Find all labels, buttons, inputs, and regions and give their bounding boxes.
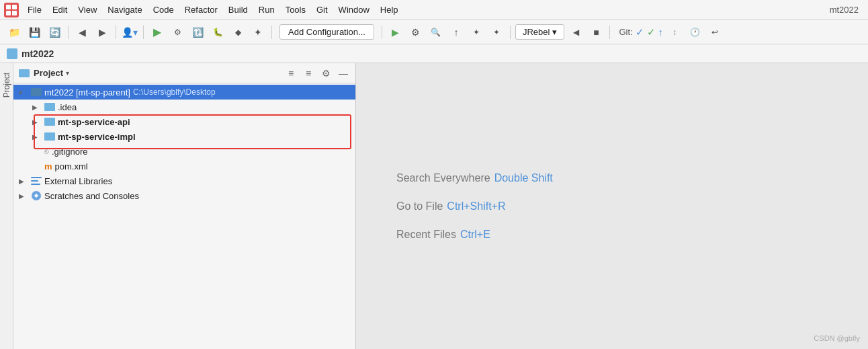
menu-git[interactable]: Git	[312, 3, 333, 16]
right-panel: Search Everywhere Double Shift Go to Fil…	[356, 63, 868, 349]
panel-folder-icon	[19, 69, 30, 77]
panel-settings-icon[interactable]: ⚙	[319, 67, 333, 80]
coverage-btn-2[interactable]: 🔍	[427, 24, 445, 41]
ext-libs-icon	[31, 176, 42, 186]
git-label: Git:	[619, 27, 632, 37]
service-api-folder-icon	[44, 118, 55, 126]
hint-recent-text: Recent Files	[396, 229, 456, 241]
deploy-btn[interactable]: ↑	[447, 24, 465, 41]
profile-btn[interactable]: ◆	[229, 24, 247, 41]
separator-1	[68, 26, 69, 39]
service-api-expand-icon: ▶	[32, 118, 42, 126]
separator-6	[510, 26, 511, 39]
titlebar-folder-icon	[7, 48, 17, 59]
jrebel-stop-btn[interactable]: ■	[587, 24, 605, 41]
menu-edit[interactable]: Edit	[48, 3, 72, 16]
panel-title-dropdown-icon[interactable]: ▾	[66, 69, 69, 77]
hint-recent-files: Recent Files Ctrl+E	[396, 229, 490, 241]
menu-refactor[interactable]: Refactor	[180, 3, 222, 16]
idea-label: .idea	[58, 102, 77, 112]
menu-navigate[interactable]: Navigate	[103, 3, 146, 16]
menu-code[interactable]: Code	[148, 3, 179, 16]
menu-window[interactable]: Window	[334, 3, 374, 16]
project-side-tab[interactable]: Project	[1, 69, 13, 102]
stop-btn[interactable]: ✦	[468, 24, 485, 41]
separator-3	[143, 26, 144, 39]
add-configuration-btn[interactable]: Add Configuration...	[279, 24, 374, 40]
scratches-icon	[31, 190, 42, 201]
tree-scratches-item[interactable]: ▶ Scratches and Consoles	[13, 188, 355, 203]
separator-5	[382, 26, 382, 39]
side-tab: Project	[0, 63, 13, 349]
panel-title: Project	[34, 68, 63, 78]
suspend-btn[interactable]: ✦	[488, 24, 505, 41]
back-btn[interactable]: ◀	[73, 24, 91, 41]
vcs-update-btn[interactable]: 👤▾	[121, 24, 138, 41]
service-impl-label: mt-sp-service-impl	[58, 132, 136, 142]
open-folder-btn[interactable]: 📁	[5, 24, 23, 41]
menu-view[interactable]: View	[73, 3, 101, 16]
hint-recent-key: Ctrl+E	[460, 229, 490, 241]
highlighted-items-wrapper: ▶ mt-sp-service-api ▶ mt-sp-service-impl	[13, 114, 355, 144]
svg-rect-3	[6, 11, 11, 15]
hint-search-key: Double Shift	[494, 172, 553, 184]
svg-rect-4	[12, 11, 17, 15]
hint-goto-key: Ctrl+Shift+R	[447, 200, 505, 212]
titlebar-project-name: mt2022	[21, 48, 54, 59]
svg-rect-1	[6, 5, 11, 9]
service-impl-folder-icon	[44, 132, 55, 141]
separator-4	[271, 26, 272, 39]
main-area: Project Project ▾ ≡ ≡ ⚙ — ▾ mt2022 [mt-s…	[0, 63, 868, 349]
run-btn-2[interactable]: ▶	[387, 24, 404, 41]
tree-root-item[interactable]: ▾ mt2022 [mt-sp-parent] C:\Users\gblfy\D…	[13, 85, 355, 100]
debug-btn[interactable]: 🐛	[209, 24, 226, 41]
git-undo-btn[interactable]: ↩	[706, 24, 724, 41]
panel-close-icon[interactable]: —	[337, 67, 350, 80]
project-panel: Project ▾ ≡ ≡ ⚙ — ▾ mt2022 [mt-sp-parent…	[13, 63, 356, 349]
tree-idea-item[interactable]: ▶ .idea	[13, 100, 355, 114]
service-api-label: mt-sp-service-api	[58, 117, 130, 127]
separator-7	[609, 26, 610, 39]
separator-2	[116, 26, 116, 39]
root-label: mt2022 [mt-sp-parent]	[44, 87, 130, 98]
git-pull-btn[interactable]: ↕	[666, 24, 683, 41]
menu-file[interactable]: File	[23, 3, 46, 16]
hint-search-everywhere: Search Everywhere Double Shift	[396, 172, 553, 184]
panel-header: Project ▾ ≡ ≡ ⚙ —	[13, 63, 355, 83]
titlebar: mt2022	[0, 44, 868, 63]
ext-libs-expand-icon: ▶	[19, 178, 28, 185]
root-path: C:\Users\gblfy\Desktop	[133, 87, 216, 97]
tree-service-impl-item[interactable]: ▶ mt-sp-service-impl	[13, 129, 355, 144]
panel-collapse-all-icon[interactable]: ≡	[284, 67, 298, 80]
ext-libs-label: External Libraries	[44, 176, 112, 186]
save-btn[interactable]: 💾	[26, 24, 43, 41]
menu-run[interactable]: Run	[254, 3, 279, 16]
menu-tools[interactable]: Tools	[281, 3, 310, 16]
jrebel-run-btn[interactable]: ◀	[567, 24, 584, 41]
hint-search-text: Search Everywhere	[396, 172, 490, 184]
reload-btn[interactable]: 🔃	[189, 24, 206, 41]
idea-folder-icon	[44, 103, 55, 111]
project-tree: ▾ mt2022 [mt-sp-parent] C:\Users\gblfy\D…	[13, 83, 355, 349]
menu-help[interactable]: Help	[376, 3, 403, 16]
add-config-btn2[interactable]: ⚙	[169, 24, 186, 41]
panel-expand-all-icon[interactable]: ≡	[302, 67, 315, 80]
app-logo	[4, 3, 19, 17]
gitignore-label: .gitignore	[52, 147, 87, 157]
menubar: File Edit View Navigate Code Refactor Bu…	[0, 0, 868, 20]
tree-pom-item[interactable]: m pom.xml	[13, 159, 355, 173]
pom-icon: m	[44, 161, 52, 171]
jrebel-dropdown[interactable]: JRebel ▾	[515, 24, 564, 40]
build-btn[interactable]: ⚙	[407, 24, 425, 41]
forward-btn[interactable]: ▶	[93, 24, 111, 41]
sync-btn[interactable]: 🔄	[46, 24, 63, 41]
coverage-btn[interactable]: ✦	[249, 24, 267, 41]
tree-service-api-item[interactable]: ▶ mt-sp-service-api	[13, 114, 355, 129]
project-name-title: mt2022	[830, 5, 864, 15]
git-check-blue-icon: ✓	[636, 26, 644, 38]
git-history-btn[interactable]: 🕐	[686, 24, 703, 41]
run-arrow-btn[interactable]: ▶	[148, 24, 166, 41]
tree-gitignore-item[interactable]: ⎋ .gitignore	[13, 144, 355, 159]
menu-build[interactable]: Build	[224, 3, 253, 16]
tree-external-libs-item[interactable]: ▶ External Libraries	[13, 173, 355, 188]
